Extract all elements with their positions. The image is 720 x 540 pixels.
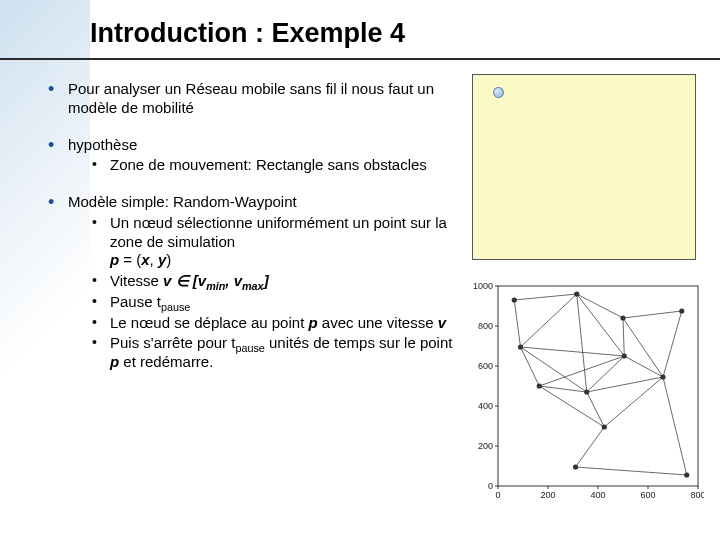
svg-point-49 bbox=[620, 315, 625, 320]
b34-v: v bbox=[438, 314, 446, 331]
svg-rect-0 bbox=[498, 286, 698, 486]
svg-point-54 bbox=[537, 383, 542, 388]
eq-x: x bbox=[141, 251, 149, 268]
b35-pre: Puis s'arrête pour t bbox=[110, 334, 235, 351]
svg-text:0: 0 bbox=[488, 481, 493, 491]
svg-point-55 bbox=[584, 389, 589, 394]
b35-mid: unités de temps sur le point bbox=[265, 334, 453, 351]
bullet-2-text: hypothèse bbox=[68, 136, 137, 153]
title-underline bbox=[0, 58, 720, 60]
eq-p: p bbox=[110, 251, 119, 268]
slide-title: Introduction : Exemple 4 bbox=[90, 18, 405, 49]
b33-sub: pause bbox=[161, 301, 190, 313]
b32-vmax: v bbox=[234, 272, 242, 289]
mobile-node-icon bbox=[493, 87, 504, 98]
svg-point-53 bbox=[660, 374, 665, 379]
b32-pre: Vitesse bbox=[110, 272, 163, 289]
svg-point-58 bbox=[684, 472, 689, 477]
svg-text:200: 200 bbox=[540, 490, 555, 500]
eq-close: ) bbox=[166, 251, 171, 268]
b35-p: p bbox=[110, 353, 119, 370]
svg-point-57 bbox=[573, 464, 578, 469]
svg-point-50 bbox=[679, 308, 684, 313]
bullet-3-1: Un nœud sélectionne uniformément un poin… bbox=[92, 214, 460, 270]
bullet-3: Modèle simple: Random-Waypoint Un nœud s… bbox=[40, 193, 460, 372]
bullet-3-3: Pause tpause bbox=[92, 293, 460, 312]
b32-min: min bbox=[206, 280, 225, 292]
svg-point-47 bbox=[512, 297, 517, 302]
svg-text:600: 600 bbox=[478, 361, 493, 371]
b35-sub: pause bbox=[235, 342, 264, 354]
svg-text:200: 200 bbox=[478, 441, 493, 451]
svg-point-51 bbox=[518, 344, 523, 349]
b34-p: p bbox=[308, 314, 317, 331]
svg-point-52 bbox=[622, 353, 627, 358]
b32-c: , bbox=[225, 272, 233, 289]
svg-text:600: 600 bbox=[640, 490, 655, 500]
b34-pre: Le nœud se déplace au point bbox=[110, 314, 308, 331]
slide-body: Pour analyser un Réseau mobile sans fil … bbox=[40, 80, 460, 390]
svg-point-56 bbox=[602, 424, 607, 429]
b35-end: et redémarre. bbox=[119, 353, 213, 370]
b32-in: ∈ [ bbox=[171, 272, 197, 289]
svg-point-48 bbox=[574, 291, 579, 296]
bullet-3-1-text: Un nœud sélectionne uniformément un poin… bbox=[110, 214, 447, 250]
bullet-2: hypothèse Zone de mouvement: Rectangle s… bbox=[40, 136, 460, 176]
svg-text:800: 800 bbox=[478, 321, 493, 331]
b34-mid: avec une vitesse bbox=[318, 314, 438, 331]
eq-comma: , bbox=[150, 251, 158, 268]
b32-vmin: v bbox=[198, 272, 206, 289]
bullet-3-2: Vitesse v ∈ [vmin, vmax] bbox=[92, 272, 460, 291]
svg-text:400: 400 bbox=[590, 490, 605, 500]
b32-close: ] bbox=[264, 272, 269, 289]
mobility-zone-illustration bbox=[472, 74, 696, 260]
svg-text:0: 0 bbox=[495, 490, 500, 500]
bullet-3-text: Modèle simple: Random-Waypoint bbox=[68, 193, 297, 210]
svg-text:400: 400 bbox=[478, 401, 493, 411]
b32-max: max bbox=[242, 280, 264, 292]
eq-open: = ( bbox=[119, 251, 141, 268]
b33-pre: Pause t bbox=[110, 293, 161, 310]
svg-text:1000: 1000 bbox=[473, 281, 493, 291]
bullet-1: Pour analyser un Réseau mobile sans fil … bbox=[40, 80, 460, 118]
svg-text:800: 800 bbox=[690, 490, 704, 500]
bullet-3-5: Puis s'arrête pour tpause unités de temp… bbox=[92, 334, 460, 372]
bullet-3-4: Le nœud se déplace au point p avec une v… bbox=[92, 314, 460, 333]
waypoint-graph-chart: 020040060080010000200400600800 bbox=[470, 280, 704, 504]
bullet-2-1: Zone de mouvement: Rectangle sans obstac… bbox=[92, 156, 460, 175]
